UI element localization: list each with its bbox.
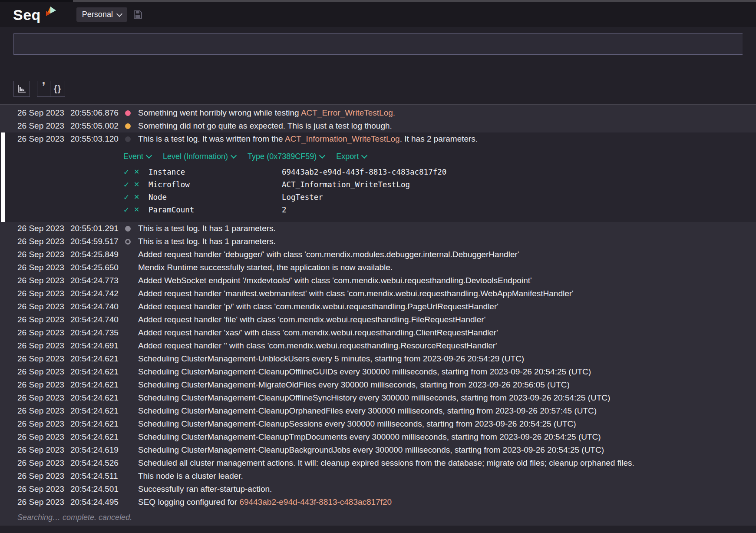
dot-placeholder (125, 317, 131, 323)
include-filter-check-icon[interactable]: ✓ (123, 168, 134, 176)
save-icon[interactable] (134, 10, 142, 19)
event-row[interactable]: 26 Sep 202320:55:03.120This is a test lo… (0, 132, 756, 146)
dot-placeholder (125, 291, 131, 297)
include-filter-check-icon[interactable]: ✓ (123, 193, 134, 202)
json-view-button[interactable]: {} (50, 81, 65, 97)
event-timestamp: 26 Sep 202320:54:24.621 (17, 419, 111, 429)
window-top-strip-left (0, 0, 73, 2)
property-value[interactable]: LogTester (282, 193, 323, 202)
exclude-filter-x-icon[interactable]: ✕ (134, 193, 144, 201)
event-message: This is a test log. It was written from … (138, 134, 478, 144)
event-date: 26 Sep 2023 (17, 302, 70, 311)
event-row[interactable]: 26 Sep 202320:54:59.517This is a test lo… (0, 235, 756, 248)
chevron-down-icon (231, 152, 237, 159)
message-text: Added WebSocket endpoint '/mxdevtools/' … (138, 276, 532, 285)
include-filter-check-icon[interactable]: ✓ (123, 180, 134, 189)
event-timestamp: 26 Sep 202320:54:24.495 (17, 497, 111, 507)
property-row: ✓✕ParamCount2 (0, 203, 756, 216)
event-row[interactable]: 26 Sep 202320:55:06.876Something went ho… (0, 106, 756, 119)
property-row: ✓✕Instance69443ab2-e94d-443f-8813-c483ac… (0, 166, 756, 178)
event-row[interactable]: 26 Sep 202320:54:25.849Added request han… (0, 248, 756, 261)
event-row[interactable]: 26 Sep 202320:54:24.742Added request han… (0, 287, 756, 300)
event-time: 20:54:24.773 (70, 276, 119, 285)
event-row[interactable]: 26 Sep 202320:54:24.621Scheduling Cluste… (0, 365, 756, 378)
event-row[interactable]: 26 Sep 202320:54:24.621Scheduling Cluste… (0, 430, 756, 444)
event-row[interactable]: 26 Sep 202320:54:24.621Scheduling Cluste… (0, 352, 756, 365)
event-row[interactable]: 26 Sep 202320:54:24.501Successfully ran … (0, 483, 756, 496)
event-date: 26 Sep 2023 (17, 419, 70, 429)
include-filter-check-icon[interactable]: ✓ (123, 205, 134, 214)
seq-logo[interactable]: Seq (13, 7, 56, 22)
message-text: Scheduling ClusterManagement-CleanupOffl… (138, 393, 610, 402)
dot-placeholder (125, 265, 131, 271)
message-text: Added request handler 'file' with class … (138, 315, 485, 324)
event-time: 20:54:24.526 (70, 458, 119, 468)
exclude-filter-x-icon[interactable]: ✕ (134, 180, 144, 189)
event-time: 20:54:24.621 (70, 354, 119, 364)
event-row[interactable]: 26 Sep 202320:54:24.621Scheduling Cluste… (0, 417, 756, 430)
event-row[interactable]: 26 Sep 202320:54:24.619Scheduling Cluste… (0, 444, 756, 457)
message-text: Scheduled all cluster management actions… (138, 458, 634, 467)
event-timestamp: 26 Sep 202320:54:24.619 (17, 445, 111, 455)
event-message: Added request handler '' with class 'com… (138, 341, 497, 351)
search-status: Searching… complete. canceled. (17, 512, 756, 523)
event-row[interactable]: 26 Sep 202320:54:24.621Scheduling Cluste… (0, 378, 756, 391)
event-row[interactable]: 26 Sep 202320:55:05.002Something did not… (0, 119, 756, 132)
dot-placeholder (125, 343, 131, 349)
dot-placeholder (125, 356, 131, 362)
event-row[interactable]: 26 Sep 202320:54:24.621Scheduling Cluste… (0, 391, 756, 404)
event-row[interactable]: 26 Sep 202320:54:24.735Added request han… (0, 326, 756, 339)
search-input[interactable] (13, 33, 743, 55)
event-row[interactable]: 26 Sep 202320:55:01.291This is a test lo… (0, 222, 756, 235)
dropdown-level[interactable]: Level (Information) (163, 152, 236, 161)
event-time: 20:54:24.621 (70, 419, 119, 429)
event-message: Added request handler 'file' with class … (138, 315, 485, 324)
chevron-down-icon (319, 152, 325, 159)
event-row[interactable]: 26 Sep 202320:54:25.650Mendix Runtime su… (0, 261, 756, 274)
dot-placeholder (125, 408, 131, 414)
workspace-selector[interactable]: Personal (76, 7, 127, 22)
event-time: 20:54:25.650 (70, 263, 119, 272)
event-message: Scheduling ClusterManagement-CleanupOrph… (138, 406, 597, 416)
level-dot-hollow (125, 239, 131, 245)
event-time: 20:54:59.517 (70, 237, 119, 246)
dot-placeholder (125, 369, 131, 375)
event-row[interactable]: 26 Sep 202320:54:24.621Scheduling Cluste… (0, 404, 756, 417)
exclude-filter-x-icon[interactable]: ✕ (134, 205, 144, 214)
event-row[interactable]: 26 Sep 202320:54:24.691Added request han… (0, 339, 756, 352)
event-message: Added request handler 'p/' with class 'c… (138, 302, 498, 311)
chevron-down-icon (361, 152, 367, 159)
event-row[interactable]: 26 Sep 202320:54:24.526Scheduled all clu… (0, 457, 756, 470)
event-time: 20:54:24.735 (70, 328, 119, 338)
message-text: Added request handler 'manifest.webmanif… (138, 289, 574, 298)
exclude-filter-x-icon[interactable]: ✕ (134, 168, 144, 176)
event-row[interactable]: 26 Sep 202320:54:24.511This node is a cl… (0, 470, 756, 483)
event-time: 20:54:24.621 (70, 432, 119, 442)
event-time: 20:54:24.621 (70, 406, 119, 416)
raw-view-button[interactable]: ’ (37, 81, 50, 97)
message-link[interactable]: ACT_Error_WriteTestLog. (301, 108, 395, 117)
event-time: 20:54:24.495 (70, 497, 119, 507)
dropdown-type[interactable]: Type (0x7389CF59) (248, 152, 324, 161)
event-timestamp: 26 Sep 202320:54:24.511 (17, 471, 111, 481)
event-row[interactable]: 26 Sep 202320:54:24.773Added WebSocket e… (0, 274, 756, 287)
bar-chart-icon (17, 85, 26, 93)
property-value[interactable]: ACT_Information_WriteTestLog (282, 180, 410, 189)
event-timestamp: 26 Sep 202320:54:24.621 (17, 406, 111, 416)
message-link[interactable]: ACT_Information_WriteTestLog (285, 134, 400, 143)
event-row[interactable]: 26 Sep 202320:54:24.495SEQ logging confi… (0, 496, 756, 509)
dropdown-event[interactable]: Event (123, 152, 151, 161)
property-value[interactable]: 2 (282, 205, 287, 214)
level-dot-muted (125, 136, 131, 142)
event-row[interactable]: 26 Sep 202320:54:24.740Added request han… (0, 300, 756, 313)
chart-view-button[interactable] (13, 81, 30, 97)
event-date: 26 Sep 2023 (17, 108, 70, 118)
property-value[interactable]: 69443ab2-e94d-443f-8813-c483ac817f20 (282, 168, 446, 176)
dropdown-export[interactable]: Export (336, 152, 366, 161)
event-message: Added request handler 'manifest.webmanif… (138, 289, 574, 298)
event-date: 26 Sep 2023 (17, 134, 70, 144)
event-message: Scheduling ClusterManagement-CleanupBack… (138, 445, 604, 455)
event-timestamp: 26 Sep 202320:54:24.501 (17, 484, 111, 494)
message-link[interactable]: 69443ab2-e94d-443f-8813-c483ac817f20 (239, 497, 392, 507)
event-row[interactable]: 26 Sep 202320:54:24.740Added request han… (0, 313, 756, 326)
